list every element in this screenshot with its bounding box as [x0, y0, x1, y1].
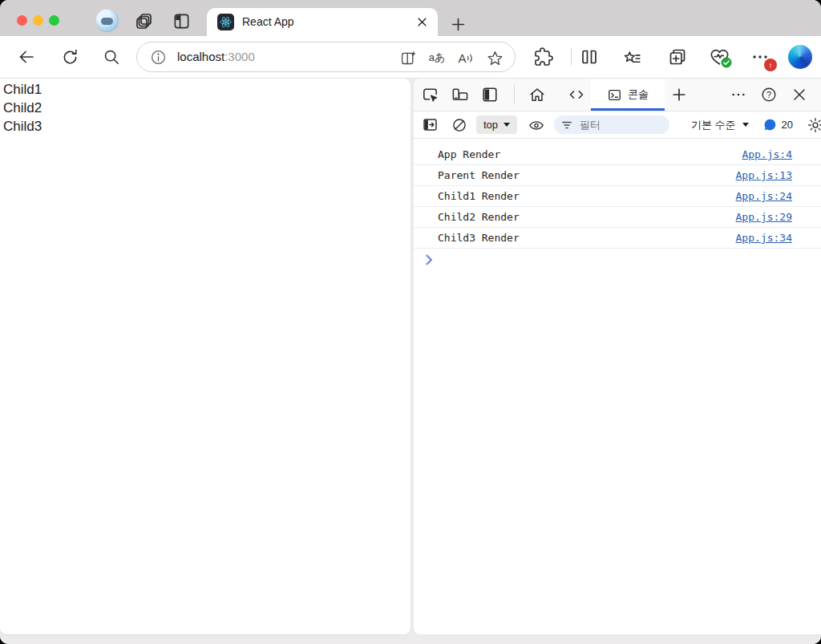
console-message-text: Child3 Render — [438, 232, 520, 244]
chevron-down-icon — [742, 123, 749, 127]
tab-title: React App — [242, 8, 294, 36]
console-message-text: App Render — [438, 148, 500, 160]
browser-toolbar: localhost:3000 aあ A — [0, 36, 821, 79]
console-tab-icon — [607, 87, 622, 103]
browser-window: React App — [0, 0, 821, 644]
zoom-window-button[interactable] — [49, 15, 59, 26]
console-filter-field[interactable] — [554, 115, 669, 134]
update-badge-icon: ↑ — [764, 59, 777, 71]
console-source-link[interactable]: App.js:29 — [736, 211, 792, 223]
url-host: localhost — [177, 50, 224, 63]
devtools-tabbar: 콘솔 ? — [414, 79, 821, 111]
favorites-list-icon[interactable] — [620, 45, 644, 69]
console-source-link[interactable]: App.js:34 — [736, 232, 792, 244]
console-sidebar-toggle-icon[interactable] — [419, 114, 441, 136]
main-area: Child1 Child2 Child3 — [0, 79, 821, 644]
chevron-down-icon — [504, 123, 510, 127]
essentials-check-icon — [721, 57, 732, 68]
console-message-row: Child2 Render App.js:29 — [414, 207, 821, 228]
issues-count: 20 — [782, 119, 793, 131]
context-selector-value: top — [483, 119, 498, 131]
titlebar: React App — [0, 0, 821, 36]
log-levels-label: 기본 수준 — [691, 118, 736, 132]
more-menu-icon[interactable]: ↑ — [748, 45, 772, 69]
context-selector[interactable]: top — [476, 115, 517, 134]
console-message-row: Child1 Render App.js:24 — [414, 186, 821, 207]
close-window-button[interactable] — [17, 15, 27, 26]
console-toolbar: top — [414, 111, 821, 139]
url-port: :3000 — [224, 50, 255, 63]
favorite-star-icon[interactable] — [484, 47, 505, 68]
issues-bubble-icon — [763, 118, 777, 132]
console-tab-label: 콘솔 — [628, 87, 649, 102]
new-tab-button[interactable] — [447, 14, 468, 34]
page-text-line: Child3 — [3, 117, 407, 136]
address-bar[interactable]: localhost:3000 aあ A — [136, 42, 516, 72]
page-text-line: Child2 — [3, 99, 407, 117]
devtools-settings-gear-icon[interactable] — [804, 114, 821, 136]
split-screen-icon[interactable] — [577, 45, 601, 69]
back-icon[interactable] — [16, 47, 37, 67]
translate-icon[interactable]: aあ — [427, 47, 447, 68]
devtools-help-icon[interactable]: ? — [758, 83, 780, 106]
devtools-console-tab[interactable]: 콘솔 — [591, 79, 665, 111]
copilot-icon[interactable] — [788, 45, 812, 69]
reload-icon[interactable] — [59, 47, 80, 67]
prompt-chevron-icon — [425, 254, 434, 265]
url-text[interactable]: localhost:3000 — [177, 43, 255, 71]
console-source-link[interactable]: App.js:13 — [736, 169, 792, 181]
log-levels-selector[interactable]: 기본 수준 — [691, 118, 749, 132]
workspaces-icon[interactable] — [134, 10, 155, 31]
inspect-element-icon[interactable] — [419, 83, 441, 106]
console-message-text: Child1 Render — [438, 190, 520, 202]
read-aloud-icon[interactable]: A — [455, 47, 476, 68]
devtools-window-controls: ? — [727, 83, 811, 106]
dock-side-icon[interactable] — [479, 83, 501, 106]
console-message-text: Parent Render — [438, 169, 520, 181]
help-glyph: ? — [766, 90, 771, 99]
tab-close-icon[interactable] — [415, 15, 429, 29]
devtools-sources-tab[interactable] — [565, 83, 588, 106]
console-message-row: App Render App.js:4 — [414, 144, 821, 165]
devtools-more-options-icon[interactable] — [727, 83, 750, 106]
active-tab-underline — [591, 108, 665, 111]
clear-console-icon[interactable] — [448, 114, 471, 136]
live-expression-eye-icon[interactable] — [525, 114, 548, 136]
console-source-link[interactable]: App.js:24 — [736, 190, 792, 202]
translate-glyph: aあ — [429, 51, 446, 65]
devtools-close-icon[interactable] — [788, 83, 811, 106]
browser-tab[interactable]: React App — [207, 8, 438, 36]
read-aloud-glyph: A — [458, 51, 466, 65]
site-info-icon[interactable] — [149, 48, 167, 66]
profile-avatar[interactable] — [95, 9, 119, 32]
split-screen-new-icon[interactable] — [398, 47, 419, 68]
search-icon[interactable] — [101, 47, 122, 67]
tab-activity-icon[interactable] — [171, 10, 192, 31]
console-message-text: Child2 Render — [438, 211, 520, 223]
console-source-link[interactable]: App.js:4 — [742, 148, 792, 160]
devtools-more-tabs-icon[interactable] — [668, 83, 690, 106]
extensions-icon[interactable] — [532, 45, 556, 69]
filter-input[interactable] — [578, 118, 661, 132]
collections-icon[interactable] — [665, 45, 690, 69]
console-message-row: Child3 Render App.js:34 — [414, 228, 821, 249]
console-message-row: Parent Render App.js:13 — [414, 165, 821, 186]
address-bar-actions: aあ A — [398, 47, 505, 68]
console-prompt[interactable] — [414, 249, 821, 271]
traffic-lights — [17, 15, 59, 26]
device-emulation-icon[interactable] — [448, 83, 471, 106]
toolbar-divider — [571, 48, 572, 66]
filter-icon — [561, 119, 572, 131]
browser-essentials-icon[interactable] — [707, 45, 731, 69]
devtools-home-tab[interactable] — [526, 83, 548, 106]
page-text-line: Child1 — [3, 80, 407, 99]
tabbar-divider — [514, 85, 515, 104]
issues-counter[interactable]: 20 — [763, 118, 793, 132]
console-messages: App Render App.js:4 Parent Render App.js… — [414, 139, 821, 634]
react-favicon — [217, 14, 234, 30]
page-viewport: Child1 Child2 Child3 — [0, 79, 410, 634]
devtools-panel: 콘솔 ? — [414, 79, 821, 634]
minimize-window-button[interactable] — [33, 15, 43, 26]
